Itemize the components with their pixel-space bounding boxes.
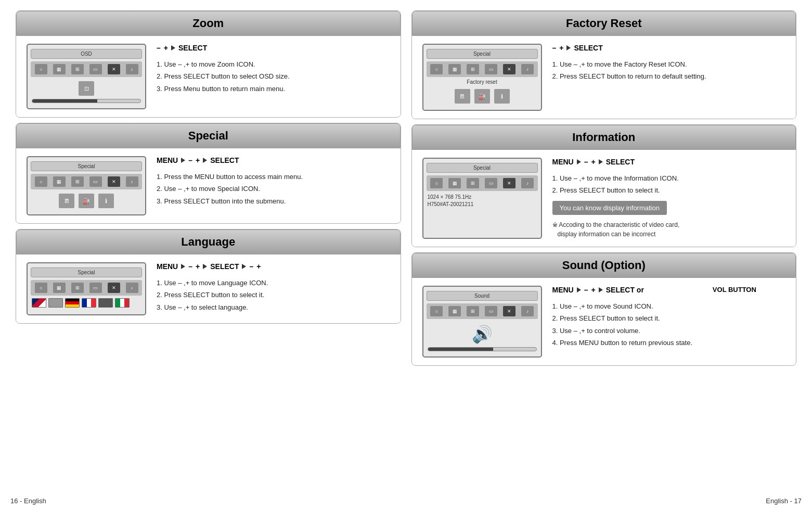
information-instr-1: 1. Use – ,+ to move the Information ICON… [552,172,786,184]
fr-icon-rect: ▭ [485,64,497,74]
language-instr-1: 1. Use – ,+ to move Language ICON. [157,277,390,289]
sound-slider [428,347,537,351]
factory-reset-sublabel: Factory reset [427,79,538,85]
language-instr-3: 3. Use – ,+ to select language. [157,301,390,313]
sound-nav: MENU – + SELECT or VOL BUTTON [552,286,786,294]
lang-icon-tools: ✕ [108,283,120,293]
special-section: Special Special ☼ ▦ ⊞ ▭ ✕ ♪ 🖹 🏭 [16,123,401,224]
info-icon-grid: ▦ [448,178,461,188]
zoom-title: Zoom [16,11,401,36]
sound-large-icon: 🔊 [427,324,538,344]
sound-select-label: SELECT or [606,286,644,294]
special-title: Special [16,123,401,148]
snd-icon-grid: ▦ [448,306,461,316]
sound-monitor-icons: ☼ ▦ ⊞ ▭ ✕ ♪ [427,303,538,319]
sound-instr-1: 1. Use – ,+ to move Sound ICON. [552,300,786,312]
zoom-slider [32,99,141,103]
language-instr-list: 1. Use – ,+ to move Language ICON. 2. Pr… [157,277,390,313]
lang-icon-brightness: ☼ [35,283,47,293]
zoom-select-label: SELECT [178,44,207,52]
fr-sub-icon-2: 🏭 [474,89,490,104]
sp-icon-sound: ♪ [126,176,138,187]
special-instr-2: 2. Use – ,+ to move Special ICON. [157,183,390,195]
fr-select-label: SELECT [574,44,602,52]
info-icon-dots: ⊞ [467,178,479,188]
icon-sound: ♪ [126,64,138,74]
zoom-section: Zoom OSD ☼ ▦ ⊞ ▭ ✕ ♪ ⊡ [16,10,401,118]
information-instr-list: 1. Use – ,+ to move the Information ICON… [552,172,786,197]
language-instr-2: 2. Press SELECT button to select it. [157,289,390,301]
icon-rect: ▭ [89,64,102,74]
flag-it [115,298,130,308]
factory-reset-instr-2: 2. Press SELECT button to return to defa… [552,70,786,82]
info-menu-label: MENU [552,158,574,166]
zoom-nav: – + SELECT [157,44,390,52]
information-nav: MENU – + SELECT [552,158,786,166]
info-minus: – [584,158,588,166]
sound-monitor: Sound ☼ ▦ ⊞ ▭ ✕ ♪ 🔊 [422,286,542,358]
special-sub-icons: 🖹 🏭 ℹ [31,194,142,208]
lang-minus2: – [249,262,253,271]
icon-tools: ✕ [108,64,120,74]
lang-plus2: + [256,262,261,271]
fr-sub-icon-3: ℹ [494,89,510,104]
icon-brightness: ☼ [35,64,47,74]
sp-sub-icon-1: 🖹 [59,194,74,208]
sp-icon-dots: ⊞ [71,176,84,187]
snd-icon-sound: ♪ [521,306,534,316]
info-icon-tools: ✕ [503,178,515,188]
lang-icon-sound: ♪ [126,283,138,293]
footer: 16 - English English - 17 [10,497,802,505]
snd-icon-tools: ✕ [503,306,515,316]
zoom-instructions: – + SELECT 1. Use – ,+ to move Zoom ICON… [157,44,390,109]
sound-title: Sound (Option) [412,253,796,278]
information-badge: You can know display information [552,201,667,215]
footer-right: English - 17 [766,497,802,505]
info-select-label: SELECT [606,158,635,166]
zoom-instr-list: 1. Use – ,+ to move Zoom ICON. 2. Press … [157,58,390,95]
snd-icon-brightness: ☼ [430,306,443,316]
info-plus: + [591,158,596,166]
sound-instr-2: 2. Press SELECT button to select it. [552,312,786,324]
special-instructions: MENU – + SELECT 1. Press the MENU button… [157,156,390,215]
sound-monitor-label: Sound [427,291,538,301]
sound-arrow2 [599,287,603,292]
snd-icon-dots: ⊞ [467,306,479,316]
lang-arrow1 [181,264,185,269]
info-icon-brightness: ☼ [430,178,443,188]
information-title: Information [412,125,796,150]
flag-other1 [48,298,63,308]
fr-icon-sound: ♪ [521,64,534,74]
lang-minus: – [188,262,192,271]
info-icon-sound: ♪ [521,178,534,188]
zoom-arrow [171,45,175,50]
factory-reset-instr-list: 1. Use – ,+ to move the Factory Reset IC… [552,58,786,83]
language-monitor-icons: ☼ ▦ ⊞ ▭ ✕ ♪ [31,280,142,296]
special-menu-label: MENU [157,156,178,164]
information-monitor-text: 1024 × 768 75.1HzH750#AT-20021211 [428,194,537,208]
lang-arrow3 [242,264,246,269]
language-flags [32,298,141,308]
zoom-sub-icon-1: ⊡ [79,81,94,96]
special-instr-1: 1. Press the MENU button to access main … [157,171,390,183]
icon-grid: ▦ [53,64,66,74]
factory-reset-sub-icons: 🖹 🏭 ℹ [427,89,538,104]
lang-icon-rect: ▭ [89,283,102,293]
lang-icon-dots: ⊞ [71,283,84,293]
fr-icon-dots: ⊞ [467,64,479,74]
sound-arrow1 [577,287,581,292]
icon-dots: ⊞ [71,64,84,74]
language-instructions: MENU – + SELECT – + 1. Use – ,+ to move … [157,262,390,315]
factory-reset-icons: ☼ ▦ ⊞ ▭ ✕ ♪ [427,61,538,77]
sound-minus: – [584,286,588,294]
factory-reset-nav: – + SELECT [552,44,786,52]
factory-reset-title: Factory Reset [412,11,796,36]
information-instr-2: 2. Press SELECT button to select it. [552,184,786,196]
special-arrow1 [181,158,185,163]
factory-reset-monitor: Special ☼ ▦ ⊞ ▭ ✕ ♪ Factory reset 🖹 🏭 ℹ [422,44,542,111]
language-monitor: Special ☼ ▦ ⊞ ▭ ✕ ♪ [27,262,146,315]
language-section: Language Special ☼ ▦ ⊞ ▭ ✕ ♪ [16,229,401,324]
zoom-instr-3: 3. Press Menu button to return main menu… [157,83,390,95]
zoom-sub-icons: ⊡ [31,81,142,96]
information-monitor-label: Special [427,163,538,173]
